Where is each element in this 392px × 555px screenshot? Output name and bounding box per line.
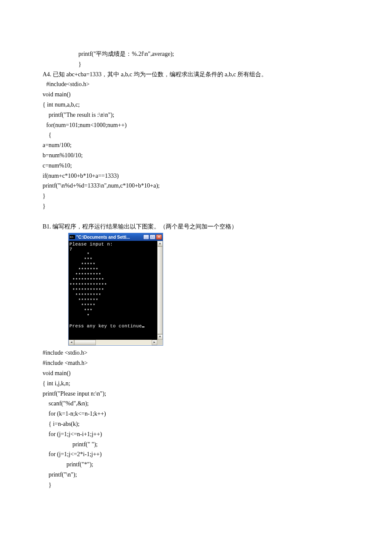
code-line: } xyxy=(43,480,349,490)
code-line: #include <stdio.h> xyxy=(43,348,349,358)
window-titlebar: C:\ "C:\Documents and Setti... _ □ × xyxy=(69,233,163,241)
code-line: printf("The result is :\n\n"); xyxy=(43,110,349,120)
problem-a4-heading: A4. 已知 abc+cba=1333，其中 a,b,c 均为一位数，编程求出满… xyxy=(43,69,349,80)
scroll-up-button[interactable]: ▲ xyxy=(157,241,163,246)
code-line: a=num/100; xyxy=(43,140,349,150)
maximize-button[interactable]: □ xyxy=(150,234,156,240)
code-line: } xyxy=(43,59,349,69)
scroll-thumb[interactable] xyxy=(157,246,163,334)
code-line: { xyxy=(43,130,349,140)
code-line: printf("\n%d+%d=1333\n",num,c*100+b*10+a… xyxy=(43,181,349,191)
close-button[interactable]: × xyxy=(156,234,162,240)
code-line: for (k=1-n;k<=n-1;k++) xyxy=(43,409,349,419)
code-line: #include <math.h> xyxy=(43,358,349,368)
code-line: c=num%10; xyxy=(43,161,349,171)
vertical-scrollbar[interactable]: ▲ ▼ xyxy=(157,241,163,340)
console-window: C:\ "C:\Documents and Setti... _ □ × Ple… xyxy=(68,233,163,346)
code-line: for (j=1;j<=2*i-1;j++) xyxy=(43,449,349,460)
scroll-track[interactable] xyxy=(157,246,163,334)
problem-b1-heading: B1. 编写程序，程序运行结果输出以下图案。（两个星号之间加一个空格） xyxy=(43,222,349,232)
scroll-down-button[interactable]: ▼ xyxy=(157,334,163,340)
code-line: printf("平均成绩是：%.2f\n",average); xyxy=(43,49,349,59)
scrollbar-corner xyxy=(157,340,163,345)
scroll-right-button[interactable]: ► xyxy=(152,340,157,345)
console-output: Please input n: 7 * *** ***** ******* **… xyxy=(69,241,157,340)
code-line: void main() xyxy=(43,90,349,100)
code-line: b=num%100/10; xyxy=(43,150,349,161)
code-line: if(num+c*100+b*10+a==1333) xyxy=(43,171,349,181)
horizontal-scrollbar[interactable]: ◄ ► xyxy=(69,340,163,345)
scroll-thumb[interactable] xyxy=(74,340,96,345)
code-line: #include<stdio.h> xyxy=(43,79,349,90)
code-line: printf("Please input n:\n"); xyxy=(43,389,349,399)
code-line: { int num,a,b,c; xyxy=(43,100,349,110)
code-line: for (j=1;j<=n-i+1;j++) xyxy=(43,429,349,439)
code-line: void main() xyxy=(43,368,349,379)
scroll-left-button[interactable]: ◄ xyxy=(69,340,74,345)
text-cursor xyxy=(142,327,144,327)
code-line: scanf("%d",&n); xyxy=(43,399,349,409)
scroll-track[interactable] xyxy=(74,340,152,345)
cmd-icon: C:\ xyxy=(69,235,75,239)
code-line: printf("*"); xyxy=(43,460,349,470)
code-line: } xyxy=(43,201,349,211)
window-title-text: "C:\Documents and Setti... xyxy=(76,234,143,241)
minimize-button[interactable]: _ xyxy=(143,234,149,240)
code-line: printf("\n"); xyxy=(43,470,349,480)
code-line: for(num=101;num<1000;num++) xyxy=(43,120,349,130)
code-line: printf(" "); xyxy=(43,439,349,450)
code-line: { i=n-abs(k); xyxy=(43,419,349,429)
document-page: printf("平均成绩是：%.2f\n",average); } A4. 已知… xyxy=(0,0,392,533)
code-line: } xyxy=(43,191,349,201)
code-line: { int i,j,k,n; xyxy=(43,379,349,389)
